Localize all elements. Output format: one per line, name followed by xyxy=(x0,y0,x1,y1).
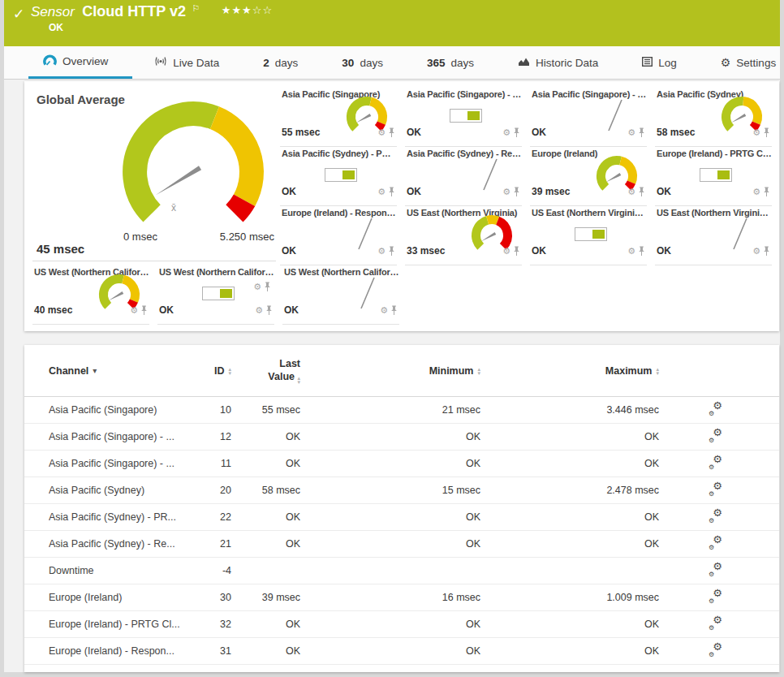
gear-icon[interactable]: ⚙ xyxy=(627,128,635,137)
pin-icon[interactable] xyxy=(388,127,395,138)
tab-label: days xyxy=(360,57,383,69)
panel-value: OK xyxy=(282,245,296,257)
panel-value: OK xyxy=(657,186,671,197)
cell-maximum: OK xyxy=(480,511,659,523)
table-body: Asia Pacific (Singapore) 10 55 msec 21 m… xyxy=(24,397,779,665)
panel-title: Asia Pacific (Sydney) - PRTG … xyxy=(282,149,397,158)
tab-label: Historic Data xyxy=(536,57,598,69)
cell-last-value: OK xyxy=(231,645,300,657)
gear-icon[interactable]: ⚙ xyxy=(752,128,760,137)
star-empty-icon[interactable]: ☆ xyxy=(252,4,263,16)
gear-icon[interactable]: ⚙ xyxy=(752,247,760,256)
pin-icon[interactable] xyxy=(390,305,398,316)
pin-icon[interactable] xyxy=(513,127,520,138)
tab-overview[interactable]: Overview xyxy=(28,46,132,79)
cell-maximum: OK xyxy=(480,645,659,657)
gear-icon[interactable]: ⚙ xyxy=(377,247,386,256)
panel-value: OK xyxy=(407,186,421,197)
channel-settings-icon[interactable]: ⚙⚙ xyxy=(709,455,722,469)
channel-settings-icon[interactable]: ⚙⚙ xyxy=(709,589,722,603)
sort-icon[interactable]: ▴▾ xyxy=(297,376,300,384)
priority-stars[interactable]: ★★★☆☆ xyxy=(222,4,273,16)
channel-panel: US West (Northern California) 40 msec ⚙ xyxy=(32,265,149,325)
cell-minimum: OK xyxy=(300,645,480,657)
channel-panel: Europe (Ireland) - Response C… OK ⚙ xyxy=(280,206,397,265)
gear-icon[interactable]: ⚙ xyxy=(502,247,510,256)
table-row: Asia Pacific (Sydney) - PR... 22 OK OK O… xyxy=(24,504,779,531)
sort-desc-icon[interactable]: ▾ xyxy=(93,366,97,375)
gear-icon[interactable]: ⚙ xyxy=(255,306,263,315)
tab-number: 2 xyxy=(263,57,269,69)
cell-last-value: 55 msec xyxy=(231,404,300,416)
channel-settings-icon[interactable]: ⚙⚙ xyxy=(709,509,722,523)
channel-settings-icon[interactable]: ⚙⚙ xyxy=(709,616,722,630)
gear-icon[interactable]: ⚙ xyxy=(627,247,635,256)
star-empty-icon[interactable]: ☆ xyxy=(262,4,273,16)
table-row: Asia Pacific (Singapore) - ... 11 OK OK … xyxy=(24,451,779,477)
tab-2-days[interactable]: 2 days xyxy=(241,46,320,79)
pin-icon[interactable] xyxy=(638,246,645,257)
cell-minimum: OK xyxy=(300,619,480,630)
gear-icon[interactable]: ⚙ xyxy=(377,188,386,196)
star-filled-icon[interactable]: ★ xyxy=(231,4,242,16)
pin-icon[interactable] xyxy=(763,246,770,257)
tab-365-days[interactable]: 365 days xyxy=(405,46,496,79)
cell-minimum: OK xyxy=(300,458,480,469)
tab-historic-data[interactable]: Historic Data xyxy=(496,46,620,79)
channel-settings-icon[interactable]: ⚙⚙ xyxy=(709,429,722,442)
star-filled-icon[interactable]: ★ xyxy=(222,4,232,16)
channel-panel: Asia Pacific (Sydney) - Respo… OK ⚙ xyxy=(405,147,522,206)
flag-icon[interactable]: ⚐ xyxy=(192,3,200,13)
channel-settings-icon[interactable]: ⚙⚙ xyxy=(709,643,722,657)
cell-minimum: OK xyxy=(300,431,480,442)
panel-title: US West (Northern California)… xyxy=(159,267,274,277)
column-header-minimum[interactable]: Minimum ▴▾ xyxy=(300,365,480,377)
cell-channel: Asia Pacific (Singapore) xyxy=(49,404,195,416)
column-header-id[interactable]: ID ▴▾ xyxy=(195,365,231,377)
gear-icon[interactable]: ⚙ xyxy=(502,188,510,196)
log-icon xyxy=(642,57,653,69)
pin-icon[interactable] xyxy=(763,187,770,197)
tab-settings[interactable]: ⚙ Settings xyxy=(699,46,784,79)
tab-label: Live Data xyxy=(173,57,219,69)
gear-icon[interactable]: ⚙ xyxy=(627,188,635,196)
channel-settings-icon[interactable]: ⚙⚙ xyxy=(709,563,722,576)
pin-icon[interactable] xyxy=(513,187,520,197)
cell-channel: Asia Pacific (Sydney) xyxy=(49,485,195,496)
sort-icon[interactable]: ▴▾ xyxy=(656,367,659,375)
sensor-title: Cloud HTTP v2 xyxy=(82,3,186,19)
column-header-channel[interactable]: Channel ▾ xyxy=(49,365,195,377)
gauges-overview-panel: Global Average x̄ 0 msec 5.250 msec 45 m… xyxy=(24,81,779,331)
channel-settings-icon[interactable]: ⚙⚙ xyxy=(709,536,722,550)
pin-icon[interactable] xyxy=(388,187,395,197)
pin-icon[interactable] xyxy=(638,127,645,138)
table-row: Asia Pacific (Sydney) 20 58 msec 15 msec… xyxy=(24,477,779,504)
pin-icon[interactable] xyxy=(388,246,395,257)
gear-icon[interactable]: ⚙ xyxy=(502,128,510,137)
svg-text:x̄: x̄ xyxy=(171,202,176,213)
pin-icon[interactable] xyxy=(140,305,148,316)
gear-icon[interactable]: ⚙ xyxy=(752,188,760,196)
panel-value: 55 msec xyxy=(282,127,320,138)
tab-bar: Overview Live Data 2 days 30 days 365 da… xyxy=(4,46,780,80)
pin-icon[interactable] xyxy=(513,246,520,257)
cell-last-value: OK xyxy=(231,431,300,442)
channel-panel: US East (Northern Virginia) 33 msec ⚙ xyxy=(405,206,522,265)
column-header-last-value[interactable]: LastValue ▴▾ xyxy=(231,357,300,384)
pin-icon[interactable] xyxy=(763,127,770,138)
gear-icon[interactable]: ⚙ xyxy=(377,128,386,137)
tab-30-days[interactable]: 30 days xyxy=(320,46,405,79)
gear-icon[interactable]: ⚙ xyxy=(130,306,138,315)
star-filled-icon[interactable]: ★ xyxy=(242,4,252,16)
pin-icon[interactable] xyxy=(265,305,273,316)
channel-settings-icon[interactable]: ⚙⚙ xyxy=(709,482,722,496)
tab-live-data[interactable]: Live Data xyxy=(132,46,241,79)
cell-minimum: 21 msec xyxy=(300,404,480,416)
cell-channel: Asia Pacific (Singapore) - ... xyxy=(49,458,195,469)
tab-log[interactable]: Log xyxy=(620,46,699,79)
gear-icon[interactable]: ⚙ xyxy=(380,306,388,315)
pin-icon[interactable] xyxy=(638,187,645,197)
channel-settings-icon[interactable]: ⚙⚙ xyxy=(709,402,722,416)
column-header-maximum[interactable]: Maximum ▴▾ xyxy=(480,365,659,377)
sensor-header: ✓ Sensor Cloud HTTP v2 ⚐ ★★★☆☆ OK xyxy=(4,0,780,46)
